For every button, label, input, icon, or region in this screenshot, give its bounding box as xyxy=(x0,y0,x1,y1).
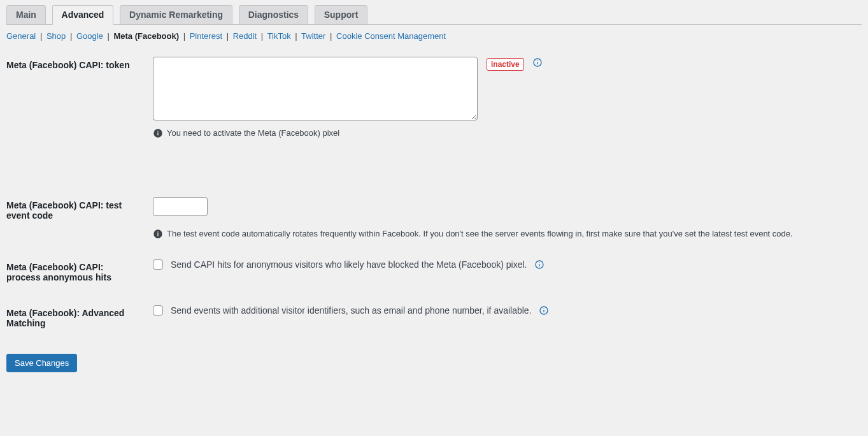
tab-advanced[interactable]: Advanced xyxy=(52,5,114,25)
info-icon[interactable] xyxy=(534,259,545,270)
svg-point-14 xyxy=(543,309,544,309)
advanced-matching-checkbox[interactable] xyxy=(153,305,163,316)
settings-form-table: Meta (Facebook) CAPI: token inactive You xyxy=(6,47,862,341)
subnav-google[interactable]: Google xyxy=(76,31,103,41)
svg-point-8 xyxy=(157,231,159,233)
capi-test-event-helper: The test event code automatically rotate… xyxy=(167,228,793,240)
info-icon[interactable] xyxy=(532,57,543,68)
subnav-pinterest[interactable]: Pinterest xyxy=(190,31,222,41)
tab-bar: Main Advanced Dynamic Remarketing Diagno… xyxy=(6,5,862,25)
info-solid-icon xyxy=(153,229,163,239)
svg-rect-4 xyxy=(157,133,158,136)
capi-anonymous-checkbox[interactable] xyxy=(153,259,163,270)
subnav: General | Shop | Google | Meta (Facebook… xyxy=(6,25,862,47)
capi-token-textarea[interactable] xyxy=(153,57,478,120)
svg-point-2 xyxy=(537,61,537,61)
capi-token-helper: You need to activate the Meta (Facebook)… xyxy=(167,127,339,140)
status-badge: inactive xyxy=(487,58,524,71)
subnav-cookie-consent[interactable]: Cookie Consent Management xyxy=(336,31,446,41)
svg-point-5 xyxy=(157,131,159,132)
info-solid-icon xyxy=(153,128,163,138)
capi-anonymous-checkbox-label: Send CAPI hits for anonymous visitors wh… xyxy=(171,259,527,270)
tab-dynamic-remarketing[interactable]: Dynamic Remarketing xyxy=(120,5,232,25)
tab-support[interactable]: Support xyxy=(315,5,368,25)
subnav-reddit[interactable]: Reddit xyxy=(233,31,257,41)
subnav-general[interactable]: General xyxy=(6,31,36,41)
capi-token-label: Meta (Facebook) CAPI: token xyxy=(6,47,146,187)
subnav-twitter[interactable]: Twitter xyxy=(301,31,325,41)
subnav-meta-facebook[interactable]: Meta (Facebook) xyxy=(113,31,179,41)
svg-point-11 xyxy=(539,263,539,263)
advanced-matching-label: Meta (Facebook): Advanced Matching xyxy=(6,295,146,341)
tab-diagnostics[interactable]: Diagnostics xyxy=(239,5,308,25)
subnav-shop[interactable]: Shop xyxy=(46,31,66,41)
capi-test-event-label: Meta (Facebook) CAPI: test event code xyxy=(6,187,146,250)
advanced-matching-checkbox-label: Send events with additional visitor iden… xyxy=(171,305,532,316)
capi-test-event-input[interactable] xyxy=(153,197,208,216)
save-button[interactable]: Save Changes xyxy=(6,354,77,372)
svg-rect-7 xyxy=(157,233,158,236)
subnav-tiktok[interactable]: TikTok xyxy=(267,31,291,41)
capi-anonymous-label: Meta (Facebook) CAPI: process anonymous … xyxy=(6,249,146,295)
info-icon[interactable] xyxy=(538,305,550,316)
tab-main[interactable]: Main xyxy=(6,5,46,25)
